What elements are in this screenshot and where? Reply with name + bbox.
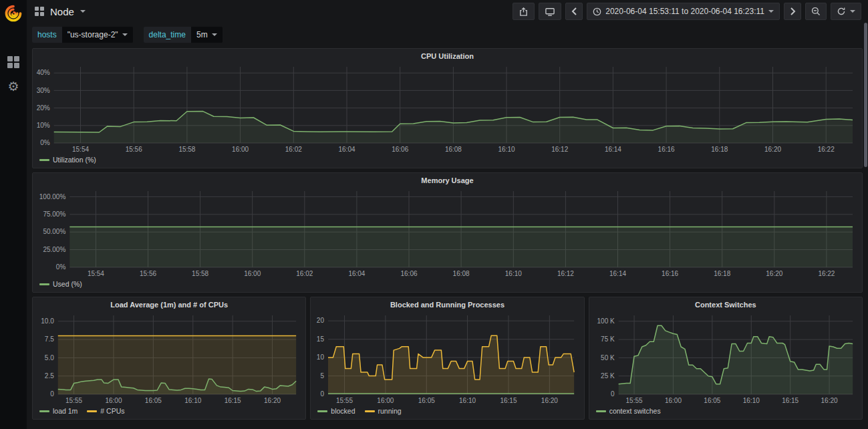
panel-blocked-running: Blocked and Running Processes 0510152015… <box>310 297 584 420</box>
time-forward-button[interactable] <box>784 3 801 20</box>
panel-title[interactable]: CPU Utilization <box>33 49 862 63</box>
svg-text:100 K: 100 K <box>597 317 614 325</box>
share-button[interactable] <box>513 3 535 20</box>
variable-value-dropdown[interactable]: 5m <box>191 27 223 43</box>
svg-text:7.5: 7.5 <box>45 335 54 343</box>
panel-title[interactable]: Blocked and Running Processes <box>311 297 583 311</box>
legend-label: Utilization (%) <box>53 156 96 164</box>
svg-text:16:00: 16:00 <box>232 146 249 153</box>
legend-item[interactable]: # CPUs <box>87 407 124 415</box>
chart-canvas-load[interactable]: 02.55.07.510.015:5516:0016:0516:1016:151… <box>33 311 305 406</box>
variable-delta-time[interactable]: delta_time 5m <box>144 27 223 43</box>
legend-item[interactable]: blocked <box>317 407 355 415</box>
svg-text:2.5: 2.5 <box>45 372 54 380</box>
svg-text:16:20: 16:20 <box>541 397 558 404</box>
variable-value-dropdown[interactable]: "us-storage-2" <box>62 27 133 43</box>
svg-text:30%: 30% <box>37 87 50 94</box>
panel-title[interactable]: Load Average (1m) and # of CPUs <box>33 297 305 311</box>
svg-text:16:18: 16:18 <box>711 146 728 153</box>
svg-text:15:58: 15:58 <box>178 146 195 153</box>
panel-legend: Utilization (%) <box>33 154 862 168</box>
panel-title[interactable]: Context Switches <box>589 297 862 311</box>
svg-text:20: 20 <box>317 317 325 324</box>
svg-text:25 K: 25 K <box>601 372 615 380</box>
chart-canvas-cpu[interactable]: 0%10%20%30%40%15:5415:5615:5816:0016:021… <box>33 63 862 154</box>
svg-text:16:10: 16:10 <box>505 270 522 277</box>
top-navbar: Node 2020-06-04 15:53:11 to 20 <box>27 0 868 23</box>
svg-text:16:20: 16:20 <box>764 146 781 153</box>
svg-text:16:06: 16:06 <box>400 270 417 277</box>
time-back-button[interactable] <box>565 3 583 20</box>
settings-gear-icon[interactable]: ⚙ <box>7 80 19 93</box>
dashboard-title[interactable]: Node <box>50 6 74 17</box>
svg-text:16:08: 16:08 <box>453 270 470 277</box>
chart-canvas-processes[interactable]: 0510152015:5516:0016:0516:1016:1516:20 <box>311 311 583 406</box>
svg-text:0: 0 <box>321 390 325 398</box>
chevron-down-icon <box>212 33 217 36</box>
chevron-down-icon[interactable] <box>80 10 86 13</box>
svg-text:75.00%: 75.00% <box>43 210 65 218</box>
variable-value-text: "us-storage-2" <box>67 30 118 39</box>
svg-text:5: 5 <box>321 372 325 380</box>
legend-item[interactable]: running <box>365 407 402 415</box>
svg-text:16:14: 16:14 <box>605 146 621 153</box>
grafana-logo[interactable] <box>4 4 23 23</box>
variable-hosts[interactable]: hosts "us-storage-2" <box>32 27 133 43</box>
svg-text:16:22: 16:22 <box>818 270 835 277</box>
legend-item[interactable]: context switches <box>596 407 661 415</box>
svg-text:0: 0 <box>611 390 615 398</box>
legend-item[interactable]: Used (%) <box>39 280 82 288</box>
legend-item[interactable]: Utilization (%) <box>39 156 96 164</box>
panel-title[interactable]: Memory Usage <box>33 173 862 187</box>
legend-label: load 1m <box>53 407 78 415</box>
refresh-button[interactable] <box>831 3 861 20</box>
svg-text:16:00: 16:00 <box>105 397 122 404</box>
panel-cpu-utilization: CPU Utilization 0%10%20%30%40%15:5415:56… <box>32 48 863 168</box>
svg-text:15:55: 15:55 <box>65 397 82 404</box>
legend-swatch <box>365 410 375 412</box>
panel-context-switches: Context Switches 025 K50 K75 K100 K15:55… <box>589 297 863 420</box>
refresh-icon <box>837 7 846 16</box>
svg-text:40%: 40% <box>37 69 50 76</box>
tv-mode-button[interactable] <box>539 3 561 20</box>
svg-text:16:10: 16:10 <box>498 146 515 153</box>
chevron-down-icon[interactable] <box>850 10 855 13</box>
svg-text:10.0: 10.0 <box>41 317 54 325</box>
zoom-out-button[interactable] <box>805 3 827 20</box>
svg-text:16:20: 16:20 <box>264 397 281 404</box>
panel-load-average: Load Average (1m) and # of CPUs 02.55.07… <box>32 297 306 420</box>
svg-text:16:14: 16:14 <box>609 270 626 277</box>
submenu-variables: hosts "us-storage-2" delta_time 5m <box>27 23 868 47</box>
svg-text:16:18: 16:18 <box>714 270 730 277</box>
chart-canvas-context[interactable]: 025 K50 K75 K100 K15:5516:0016:0516:1016… <box>589 311 862 406</box>
legend-label: # CPUs <box>100 407 124 415</box>
legend-swatch <box>39 283 49 285</box>
dashboard-squares-icon <box>35 7 44 16</box>
legend-item[interactable]: load 1m <box>39 407 78 415</box>
svg-text:16:04: 16:04 <box>348 270 365 277</box>
svg-text:0%: 0% <box>56 263 66 271</box>
panel-legend: Used (%) <box>33 279 862 292</box>
time-range-button[interactable]: 2020-06-04 15:53:11 to 2020-06-04 16:23:… <box>587 3 780 20</box>
variable-label: delta_time <box>144 27 191 43</box>
svg-text:15: 15 <box>317 335 325 343</box>
svg-text:50 K: 50 K <box>601 354 615 362</box>
scrollbar-track[interactable] <box>864 0 867 429</box>
svg-text:15:56: 15:56 <box>126 146 142 153</box>
svg-text:16:16: 16:16 <box>662 270 678 277</box>
legend-swatch <box>87 410 97 412</box>
dashboards-icon[interactable] <box>7 56 19 68</box>
legend-label: Used (%) <box>53 280 82 288</box>
svg-text:16:06: 16:06 <box>392 146 408 153</box>
svg-text:16:05: 16:05 <box>145 397 162 404</box>
svg-text:16:00: 16:00 <box>665 397 682 404</box>
legend-swatch <box>317 410 327 412</box>
svg-text:16:20: 16:20 <box>766 270 782 277</box>
svg-text:15:54: 15:54 <box>88 270 104 277</box>
legend-swatch <box>596 410 606 412</box>
svg-text:15:55: 15:55 <box>625 397 642 404</box>
svg-text:5.0: 5.0 <box>45 354 54 362</box>
scrollbar-thumb[interactable] <box>864 23 867 167</box>
legend-swatch <box>39 159 49 161</box>
chart-canvas-memory[interactable]: 0%25.00%50.00%75.00%100.00%15:5415:5615:… <box>33 187 862 279</box>
